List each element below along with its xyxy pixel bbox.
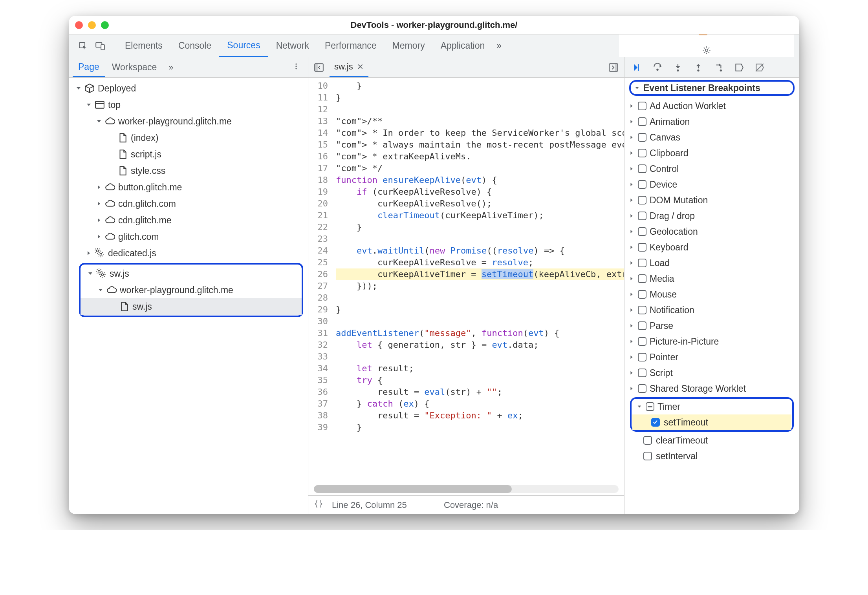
tree-file-style[interactable]: style.css	[69, 162, 308, 179]
tree-origin-button[interactable]: button.glitch.me	[69, 179, 308, 195]
tab-application[interactable]: Application	[433, 35, 493, 57]
tab-elements[interactable]: Elements	[117, 35, 170, 57]
tree-file-index[interactable]: (index)	[69, 130, 308, 146]
event-category[interactable]: DOM Mutation	[624, 192, 799, 208]
checkbox[interactable]	[643, 452, 652, 460]
tree-origin-main[interactable]: worker-playground.glitch.me	[69, 113, 308, 130]
tree-worker-sw[interactable]: sw.js	[81, 265, 302, 282]
deactivate-breakpoints-icon[interactable]	[731, 59, 748, 76]
tabs-overflow[interactable]: »	[493, 35, 505, 57]
tree-sw-file[interactable]: sw.js	[81, 298, 302, 315]
tab-console[interactable]: Console	[170, 35, 219, 57]
window-title: DevTools - worker-playground.glitch.me/	[69, 20, 799, 30]
inspect-element-icon[interactable]	[74, 37, 92, 55]
checkbox[interactable]	[638, 243, 646, 252]
code-content[interactable]: }} "com">/**"com"> * In order to keep th…	[332, 78, 624, 483]
tab-network[interactable]: Network	[268, 35, 317, 57]
tree-frame-top[interactable]: top	[69, 97, 308, 113]
checkbox[interactable]	[638, 212, 646, 220]
event-category-timer[interactable]: − Timer	[632, 399, 791, 414]
event-category[interactable]: Script	[624, 365, 799, 381]
checkbox[interactable]	[638, 227, 646, 236]
resume-script-icon[interactable]	[628, 59, 646, 76]
checkbox[interactable]	[638, 149, 646, 157]
checkbox[interactable]	[638, 274, 646, 283]
event-clearTimeout[interactable]: clearTimeout	[624, 433, 799, 448]
checkbox[interactable]	[638, 259, 646, 267]
step-over-icon[interactable]	[649, 59, 666, 76]
nav-tabs-overflow[interactable]: »	[165, 62, 176, 73]
toggle-navigator-icon[interactable]	[311, 60, 326, 75]
step-out-icon[interactable]	[690, 59, 707, 76]
close-window-button[interactable]	[75, 21, 83, 29]
checkbox[interactable]	[638, 180, 646, 189]
tab-sources[interactable]: Sources	[219, 35, 268, 57]
tree-file-script[interactable]: script.js	[69, 146, 308, 162]
event-category[interactable]: Keyboard	[624, 239, 799, 255]
event-setTimeout[interactable]: setTimeout	[632, 414, 791, 430]
checkbox-mixed[interactable]: −	[646, 402, 654, 411]
checkbox[interactable]	[638, 353, 646, 361]
checkbox[interactable]	[638, 369, 646, 377]
tree-origin-glitch[interactable]: glitch.com	[69, 228, 308, 245]
checkbox[interactable]	[638, 321, 646, 330]
pause-exceptions-icon[interactable]	[751, 59, 768, 76]
checkbox[interactable]	[638, 164, 646, 173]
event-category[interactable]: Canvas	[624, 130, 799, 145]
event-category[interactable]: Media	[624, 271, 799, 287]
event-category[interactable]: Control	[624, 161, 799, 177]
format-code-icon[interactable]	[314, 499, 327, 511]
nav-tab-workspace[interactable]: Workspace	[106, 57, 163, 77]
checkbox[interactable]	[638, 337, 646, 346]
zoom-window-button[interactable]	[101, 21, 109, 29]
close-tab-icon[interactable]: ✕	[357, 62, 364, 71]
editor-tab-swjs[interactable]: sw.js ✕	[330, 57, 368, 77]
toggle-debugger-icon[interactable]	[606, 60, 621, 75]
checkbox[interactable]	[638, 196, 646, 204]
checkbox[interactable]	[638, 133, 646, 142]
event-setInterval[interactable]: setInterval	[624, 448, 799, 464]
event-category[interactable]: Shared Storage Worklet	[624, 381, 799, 396]
event-listener-breakpoints-header[interactable]: Event Listener Breakpoints	[629, 80, 795, 96]
checkbox[interactable]	[638, 306, 646, 314]
tree-root-deployed[interactable]: Deployed	[69, 80, 308, 97]
checkbox[interactable]	[638, 384, 646, 393]
checkbox[interactable]	[643, 436, 652, 445]
event-category[interactable]: Animation	[624, 114, 799, 130]
checkbox[interactable]	[638, 102, 646, 110]
event-category[interactable]: Ad Auction Worklet	[624, 98, 799, 114]
checkbox[interactable]	[638, 117, 646, 126]
settings-icon[interactable]	[698, 42, 715, 59]
event-category[interactable]: Device	[624, 177, 799, 192]
checkbox[interactable]	[638, 290, 646, 299]
event-category[interactable]: Clipboard	[624, 145, 799, 161]
deploy-icon	[84, 83, 95, 93]
tab-memory[interactable]: Memory	[385, 35, 433, 57]
step-icon[interactable]	[710, 59, 727, 76]
caret-right-icon	[628, 323, 635, 329]
tree-worker-dedicated[interactable]: dedicated.js	[69, 245, 308, 261]
event-category[interactable]: Notification	[624, 302, 799, 318]
nav-tab-page[interactable]: Page	[73, 57, 105, 77]
tab-performance[interactable]: Performance	[317, 35, 385, 57]
tree-sw-origin[interactable]: worker-playground.glitch.me	[81, 282, 302, 298]
code-editor[interactable]: 1011121314151617181920212223242526272829…	[308, 78, 624, 495]
checkbox-checked[interactable]	[651, 418, 660, 427]
caret-right-icon	[95, 184, 103, 191]
event-category[interactable]: Drag / drop	[624, 208, 799, 224]
caret-right-icon	[628, 338, 635, 345]
device-toggle-icon[interactable]	[92, 37, 109, 55]
event-category[interactable]: Parse	[624, 318, 799, 334]
event-category[interactable]: Load	[624, 255, 799, 271]
tree-origin-cdn-me[interactable]: cdn.glitch.me	[69, 212, 308, 228]
horizontal-scrollbar[interactable]	[308, 483, 624, 495]
event-category[interactable]: Geolocation	[624, 224, 799, 239]
scrollbar-thumb[interactable]	[314, 485, 512, 493]
event-category[interactable]: Picture-in-Picture	[624, 334, 799, 349]
step-into-icon[interactable]	[669, 59, 687, 76]
event-category[interactable]: Pointer	[624, 349, 799, 365]
event-category[interactable]: Mouse	[624, 287, 799, 302]
tree-origin-cdn-com[interactable]: cdn.glitch.com	[69, 195, 308, 212]
minimize-window-button[interactable]	[88, 21, 96, 29]
nav-tabs-menu-icon[interactable]	[288, 62, 304, 73]
